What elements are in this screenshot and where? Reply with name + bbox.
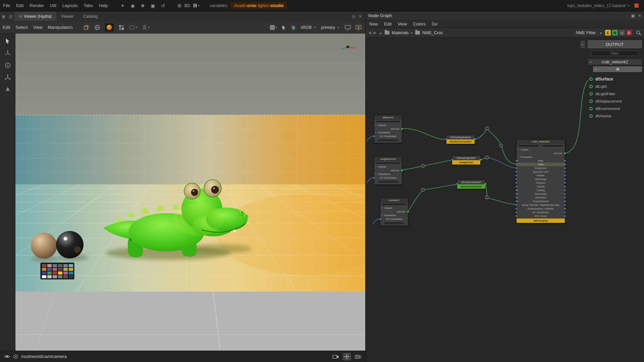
material-param-row[interactable]: Opacity bbox=[517, 185, 565, 188]
output-port[interactable] bbox=[564, 164, 566, 165]
terminal-port-icon[interactable] bbox=[589, 77, 593, 81]
material-param-row[interactable]: Roughness bbox=[517, 166, 565, 170]
viewer-tab[interactable]: ⊗ Viewer (Hydra) bbox=[14, 11, 56, 21]
visibility-eye-icon[interactable] bbox=[4, 354, 10, 359]
input-port[interactable] bbox=[451, 159, 453, 161]
terminal-item[interactable]: dlSurface bbox=[588, 75, 642, 83]
search-icon[interactable] bbox=[636, 30, 641, 36]
pane-settings-icon[interactable]: ◎ bbox=[352, 14, 355, 19]
viewer-tab[interactable]: ⊗ Viewer bbox=[56, 11, 78, 21]
material-param-row[interactable]: ▸ Subsurface bbox=[517, 192, 565, 196]
monitor-icon[interactable] bbox=[344, 25, 351, 30]
node-crab-material2[interactable]: crab_material2 Filter ▾Outputs outColor … bbox=[516, 139, 565, 223]
terminal-item[interactable]: dlDisplacement bbox=[588, 98, 642, 105]
filter-expand-icon[interactable]: › bbox=[600, 30, 602, 36]
terminal-port-icon[interactable] bbox=[589, 85, 593, 88]
filename-caret-icon[interactable]: ▾ bbox=[628, 4, 630, 7]
shaded-mode-button[interactable] bbox=[105, 23, 114, 32]
terminal-item[interactable]: dlLight bbox=[588, 83, 642, 90]
forward-icon[interactable]: ▶ bbox=[373, 31, 376, 35]
stop-render-icon[interactable] bbox=[634, 3, 639, 8]
menubar-menu[interactable]: File bbox=[0, 3, 13, 8]
material-param-row[interactable]: incandescence_multiplier bbox=[517, 207, 565, 210]
settings-icon[interactable]: ✶ bbox=[120, 3, 126, 8]
project-filename[interactable]: toys_lookdev_video_17.katana* bbox=[567, 3, 627, 8]
viewer-menu[interactable]: View bbox=[31, 25, 45, 30]
menubar-menu[interactable]: Util bbox=[47, 3, 59, 8]
render-camera-icon[interactable] bbox=[355, 354, 361, 359]
node-footer-field[interactable] bbox=[378, 139, 398, 142]
input-port[interactable] bbox=[516, 193, 517, 195]
viewer-menu[interactable]: Manipulators bbox=[45, 25, 75, 30]
dl-group-row[interactable]: ▾ dl bbox=[593, 66, 642, 72]
material-param-row[interactable]: ▸ Refraction bbox=[517, 196, 565, 199]
look-through-target-icon[interactable] bbox=[13, 354, 18, 359]
terminal-item[interactable]: dlEnvironment bbox=[588, 105, 642, 112]
pan-mode-button[interactable] bbox=[343, 353, 351, 360]
input-port[interactable] bbox=[516, 215, 517, 217]
viewer-menu[interactable]: Edit bbox=[0, 25, 13, 30]
output-port[interactable] bbox=[407, 211, 409, 213]
output-port[interactable] bbox=[480, 159, 481, 161]
input-port[interactable] bbox=[456, 183, 458, 185]
nme-filter-button[interactable]: E bbox=[605, 30, 611, 36]
material-param-row[interactable]: Color bbox=[517, 163, 565, 166]
output-port[interactable] bbox=[564, 204, 566, 206]
material-param-row[interactable]: UV Coordinates bbox=[517, 210, 565, 214]
node-graph-canvas[interactable]: diffuse12 ▾Outputs outColor ▾Parameters … bbox=[366, 38, 644, 362]
menubar-menu[interactable]: Edit bbox=[13, 3, 26, 8]
colorspace-dropdown[interactable]: sRGB ▾ bbox=[301, 25, 317, 30]
terminal-port-icon[interactable] bbox=[589, 107, 593, 110]
output-port[interactable] bbox=[564, 189, 566, 191]
nme-filter-button[interactable]: U bbox=[619, 30, 625, 36]
viewport-3d[interactable] bbox=[15, 34, 365, 351]
monitor-render-icon[interactable] bbox=[355, 25, 362, 30]
material-param-row[interactable]: Specular Level bbox=[517, 170, 565, 174]
input-port[interactable] bbox=[516, 204, 517, 206]
output-port[interactable] bbox=[564, 197, 566, 198]
menubar-menu[interactable]: Help bbox=[96, 3, 111, 8]
output-port[interactable] bbox=[564, 178, 566, 180]
graph-state-variables[interactable]: Asset=croc lights=studio bbox=[231, 2, 286, 9]
pane-split-icon[interactable]: ▣ bbox=[631, 13, 635, 18]
material-param-row[interactable]: AOV Group bbox=[517, 214, 565, 218]
material-param-row[interactable]: ▸ Incandescence bbox=[517, 199, 565, 203]
camera-path[interactable]: /root/world/cam/camera bbox=[21, 354, 67, 359]
node-normal11[interactable]: normal11 ▾Outputs outColor ▾Parameters U… bbox=[380, 198, 408, 226]
node-footer-field[interactable] bbox=[384, 222, 405, 225]
terminal-item[interactable]: dlVolume bbox=[588, 112, 642, 120]
terminal-item[interactable]: dlLightFilter bbox=[588, 90, 642, 98]
output-port[interactable] bbox=[564, 153, 566, 154]
output-port[interactable] bbox=[564, 160, 566, 162]
rotate-tool-icon[interactable] bbox=[4, 62, 11, 69]
reload-icon[interactable]: ↺ bbox=[160, 3, 166, 8]
input-port[interactable] bbox=[516, 171, 517, 173]
selection-marquee-button[interactable]: ▾ bbox=[129, 25, 138, 30]
pane-close-icon[interactable]: ✕ bbox=[359, 14, 362, 19]
material-param-row[interactable]: ▸ Coating bbox=[517, 188, 565, 192]
material-param-row[interactable]: Bump / Normal / Displacement Map bbox=[517, 203, 565, 207]
viewer-menu[interactable]: Select bbox=[13, 25, 30, 30]
input-port[interactable] bbox=[516, 186, 517, 187]
menubar-menu[interactable]: Layouts bbox=[59, 3, 81, 8]
viewer-tab[interactable]: ⊗ Catalog bbox=[78, 11, 102, 21]
node-dlcolorcorrection[interactable]: dlColorCorrection dlColorCorrection bbox=[457, 180, 486, 189]
look-through-button[interactable]: ▾ bbox=[142, 25, 150, 30]
pause-icon[interactable] bbox=[194, 4, 197, 7]
nodegraph-menu[interactable]: New bbox=[366, 21, 381, 26]
input-port[interactable] bbox=[373, 135, 375, 137]
material-param-row[interactable]: Metallic bbox=[517, 174, 565, 177]
output-port[interactable] bbox=[564, 171, 566, 173]
output-port[interactable] bbox=[564, 212, 566, 213]
file-field[interactable] bbox=[375, 120, 401, 123]
output-port[interactable] bbox=[474, 138, 476, 140]
node-dlshadingnode16[interactable]: DlShadingNode16 dlColorCorrection bbox=[446, 135, 475, 144]
input-port[interactable] bbox=[379, 218, 381, 220]
pane-close-icon[interactable]: ✕ bbox=[638, 13, 641, 18]
select-cursor-icon[interactable] bbox=[4, 38, 11, 45]
environment-globe-icon[interactable] bbox=[94, 24, 101, 31]
tab-close-icon[interactable]: ⊗ bbox=[19, 14, 22, 18]
pane-menu-icon[interactable]: ▣ bbox=[2, 14, 5, 19]
input-port[interactable] bbox=[516, 167, 517, 169]
up-level-icon[interactable]: ▲ bbox=[379, 31, 382, 35]
